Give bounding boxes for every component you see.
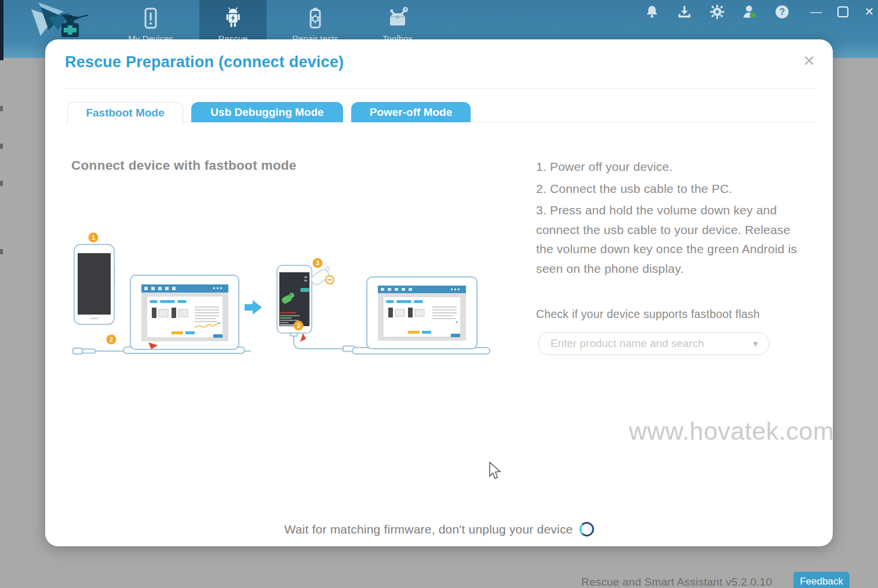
badge-2-number: 2 [110,336,113,343]
tab-power-off-mode[interactable]: Power-off Mode [351,102,471,122]
edge-mark [0,181,3,186]
feedback-button[interactable]: Feedback [793,572,850,588]
step-badge-3b: 3 [294,321,304,331]
badge-3-number: 3 [316,260,319,266]
dropdown-caret-icon[interactable]: ▼ [752,339,759,348]
laptop-1 [123,275,245,353]
step-badge-3a: 3 [313,258,323,268]
product-search: ▼ [538,332,770,355]
step-2: 2. Connect the usb cable to the PC. [536,179,810,199]
dialog-close-button[interactable]: ✕ [803,53,815,68]
wait-status-text: Wait for matching firmware, don't unplug… [284,523,573,536]
tab-usb-debugging-mode[interactable]: Usb Debugging Mode [191,102,343,122]
badge-3-number: 3 [297,322,300,329]
toolbox-icon [385,6,410,31]
title-divider [65,88,818,89]
header-status-icons: ? [640,0,793,23]
product-search-input[interactable] [538,332,770,355]
mouse-cursor [489,462,501,480]
android-icon [221,6,245,31]
download-icon[interactable] [673,0,696,23]
laptop-1-screen-mockup [141,284,228,341]
fastboot-check-label: Check if your device supports fastboot f… [536,308,760,321]
step-badge-1: 1 [89,233,99,243]
minimize-button[interactable]: — [804,0,828,23]
laptop-2 [352,277,490,354]
svg-text:?: ? [779,7,785,17]
mode-tabs: Fastboot Mode Usb Debugging Mode Power-o… [67,102,471,123]
maximize-button[interactable] [831,0,854,23]
step-1: 1. Power off your device. [536,157,810,177]
settings-icon[interactable] [705,0,728,23]
screen-edge-strip [0,0,3,60]
badge-1-number: 1 [92,234,95,241]
next-step-arrow [245,300,262,315]
wait-status-row: Wait for matching firmware, don't unplug… [45,522,833,536]
window-controls: — ✕ [804,0,878,23]
account-icon[interactable] [738,0,761,23]
battery-gear-icon [304,6,327,31]
app-version-text: Rescue and Smart Assistant v5.2.0.10 [581,576,772,588]
usb-cable-2 [290,331,355,352]
phone-alert-icon [139,6,162,31]
rescue-preparation-dialog: Rescue Preparation (connect device) ✕ Fa… [45,39,833,546]
notifications-icon[interactable] [640,0,664,23]
step-badge-2: 2 [107,335,116,345]
connection-illustration: 1 2 [45,226,545,372]
dialog-title: Rescue Preparation (connect device) [65,53,344,71]
loading-spinner-icon [580,522,594,536]
phone-1-powered-off [74,244,115,324]
edge-mark [0,106,3,111]
laptop-2-screen-mockup [378,286,466,341]
red-arrow-2 [300,333,306,342]
tab-fastboot-mode[interactable]: Fastboot Mode [67,102,183,123]
hummingbird-logo-icon [28,0,103,45]
watermark-text: www.hovatek.com [629,417,834,445]
maximize-icon [837,6,848,17]
step-3: 3. Press and hold the volume down key an… [536,200,810,278]
close-window-button[interactable]: ✕ [858,0,878,23]
section-title: Connect device with fastboot mode [71,158,297,173]
instruction-steps: 1. Power off your device. 2. Connect the… [536,157,810,280]
edge-mark [0,144,3,149]
help-icon[interactable]: ? [770,0,793,23]
edge-mark [0,249,3,254]
hand-press-volume [309,267,334,287]
